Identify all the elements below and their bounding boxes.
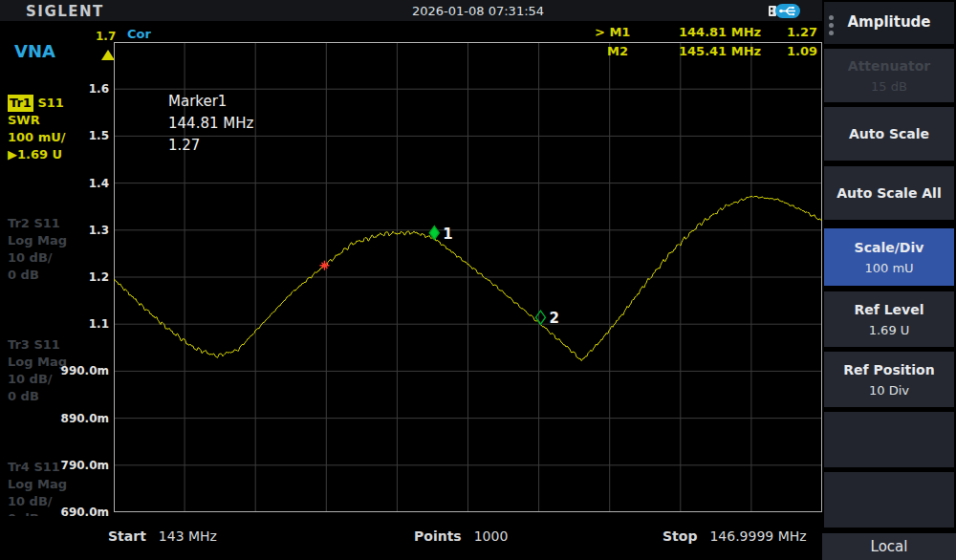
y-axis-label: 1.2 bbox=[52, 269, 109, 285]
marker-info-value: 1.27 bbox=[168, 135, 253, 157]
y-axis-label: 990.0m bbox=[52, 363, 109, 378]
stop-frequency-field[interactable]: Stop146.9999 MHz bbox=[663, 528, 807, 544]
siglent-logo: SIGLENT bbox=[26, 3, 104, 20]
scale-div-button[interactable]: Scale/Div 100 mU bbox=[824, 228, 954, 286]
trace-marker-label: 1 bbox=[443, 226, 452, 243]
marker-readout-m2: M2 145.41 MHz 1.09 bbox=[583, 44, 818, 61]
y-axis-label: 790.0m bbox=[52, 458, 109, 473]
button-label: Attenuator bbox=[848, 58, 930, 74]
points-field[interactable]: Points1000 bbox=[414, 528, 508, 544]
button-label: Ref Level bbox=[854, 302, 923, 317]
auto-scale-button[interactable]: Auto Scale bbox=[824, 107, 954, 161]
button-label: Scale/Div bbox=[855, 240, 924, 255]
button-value: 15 dB bbox=[871, 79, 907, 94]
attenuator-button[interactable]: Attenuator 15 dB bbox=[824, 49, 954, 102]
empty-softkey-button bbox=[824, 412, 954, 467]
trace-id-badge: Tr3 bbox=[8, 336, 30, 354]
marker-value: 1.09 bbox=[787, 44, 817, 58]
button-value: 10 Div bbox=[869, 383, 909, 398]
points-value: 1000 bbox=[474, 528, 509, 544]
trace-id-badge: Tr1 bbox=[8, 95, 33, 112]
marker-frequency: 145.41 MHz bbox=[679, 44, 761, 58]
y-axis-label: 1.3 bbox=[52, 223, 109, 238]
mode-label: VNA bbox=[14, 41, 55, 61]
auto-scale-all-button[interactable]: Auto Scale All bbox=[824, 166, 954, 220]
y-axis-label: 1.5 bbox=[52, 128, 109, 143]
button-value: 1.69 U bbox=[869, 323, 910, 337]
usb-icon bbox=[768, 3, 802, 23]
trace-marker-label: 2 bbox=[549, 310, 558, 327]
trace-id-badge: Tr4 bbox=[8, 459, 30, 476]
stop-label: Stop bbox=[663, 528, 697, 544]
start-value: 143 MHz bbox=[159, 528, 217, 544]
y-axis-label: 1.6 bbox=[52, 81, 109, 97]
trace-marker-diamond-2[interactable] bbox=[535, 311, 545, 324]
button-label: Auto Scale bbox=[849, 126, 929, 141]
empty-softkey-button bbox=[824, 472, 954, 528]
y-axis-labels: 1.71.61.51.41.31.21.1990.0m890.0m790.0m6… bbox=[54, 42, 111, 512]
cal-status-label: Cor bbox=[127, 27, 151, 41]
marker-name: M2 bbox=[607, 44, 628, 58]
marker-info-title: Marker1 bbox=[168, 91, 253, 113]
marker-value: 1.27 bbox=[787, 25, 817, 39]
ref-position-button[interactable]: Ref Position 10 Div bbox=[824, 352, 954, 407]
marker-frequency: 144.81 MHz bbox=[679, 25, 761, 39]
local-button[interactable]: Local bbox=[822, 533, 956, 560]
softkey-menu: Amplitude Attenuator 15 dB Auto Scale Au… bbox=[822, 0, 956, 560]
button-value: 100 mU bbox=[864, 261, 913, 275]
trace-id-badge: Tr2 bbox=[8, 215, 30, 232]
button-label: Auto Scale All bbox=[836, 185, 941, 201]
start-frequency-field[interactable]: Start143 MHz bbox=[108, 528, 217, 544]
top-status-bar: SIGLENT 2026-01-08 07:31:54 bbox=[0, 0, 822, 21]
datetime-label: 2026-01-08 07:31:54 bbox=[412, 4, 544, 18]
marker-name: > M1 bbox=[595, 25, 630, 39]
marker-info-box: Marker1 144.81 MHz 1.27 bbox=[168, 91, 253, 157]
menu-header-amplitude: Amplitude bbox=[824, 2, 954, 44]
marker-readout-m1: > M1 144.81 MHz 1.27 bbox=[583, 25, 818, 42]
stop-value: 146.9999 MHz bbox=[709, 528, 806, 544]
y-axis-label: 890.0m bbox=[52, 411, 109, 426]
marker-info-frequency: 144.81 MHz bbox=[168, 113, 253, 135]
ref-level-axis-label: 1.7 bbox=[96, 30, 116, 43]
menu-title: Amplitude bbox=[824, 13, 954, 31]
sweep-info-bar: Start143 MHz Points1000 Stop146.9999 MHz bbox=[0, 516, 822, 560]
start-label: Start bbox=[108, 528, 146, 544]
button-label: Ref Position bbox=[843, 362, 934, 377]
ref-level-button[interactable]: Ref Level 1.69 U bbox=[824, 291, 954, 347]
y-axis-label: 1.1 bbox=[52, 316, 109, 332]
y-axis-label: 1.4 bbox=[52, 176, 109, 191]
points-label: Points bbox=[414, 528, 462, 544]
vna-screen: SIGLENT 2026-01-08 07:31:54 VNA Tr1 S11 … bbox=[0, 0, 956, 560]
